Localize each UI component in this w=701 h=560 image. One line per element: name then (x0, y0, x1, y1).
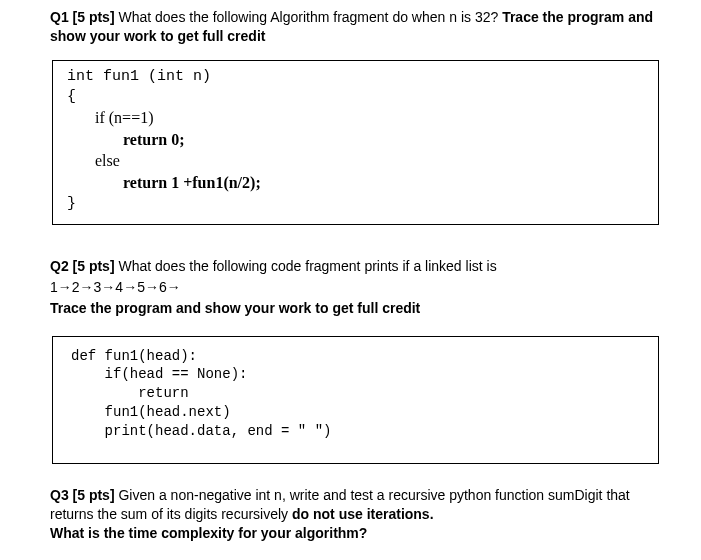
q1-code-line: return 0; (67, 129, 646, 151)
q2-code-line: print(head.data, end = " ") (71, 422, 642, 441)
q1-code-line: if (n==1) (67, 107, 646, 129)
q1-prompt: What does the following Algorithm fragme… (118, 9, 502, 25)
q2-code-line: fun1(head.next) (71, 403, 642, 422)
q1-heading: Q1 [5 pts] What does the following Algor… (50, 8, 661, 46)
q1-code-line: int fun1 (int n) (67, 67, 646, 87)
q1-code-line: } (67, 194, 646, 214)
q1-code-line: { (67, 87, 646, 107)
q2-prompt: What does the following code fragment pr… (118, 258, 496, 274)
q2-code-box: def fun1(head): if(head == None): return… (52, 336, 659, 464)
q2-label: Q2 [5 pts] (50, 258, 118, 274)
q2-code-line: if(head == None): (71, 365, 642, 384)
q3-bold1: do not use iterations. (292, 506, 434, 522)
q2-linked-list: 1→2→3→4→5→6→ (50, 278, 661, 297)
q1-code-line: else (67, 150, 646, 172)
q2-trace: Trace the program and show your work to … (50, 299, 661, 318)
q3-label: Q3 [5 pts] (50, 487, 118, 503)
q2-code-line: def fun1(head): (71, 347, 642, 366)
q1-label: Q1 [5 pts] (50, 9, 118, 25)
q1-code-box: int fun1 (int n) { if (n==1) return 0; e… (52, 60, 659, 225)
q3-bold2: What is the time complexity for your alg… (50, 524, 661, 543)
q2-heading: Q2 [5 pts] What does the following code … (50, 257, 661, 318)
q2-code-line: return (71, 384, 642, 403)
q1-code-line: return 1 +fun1(n/2); (67, 172, 646, 194)
q3-heading: Q3 [5 pts] Given a non-negative int n, w… (50, 486, 661, 543)
